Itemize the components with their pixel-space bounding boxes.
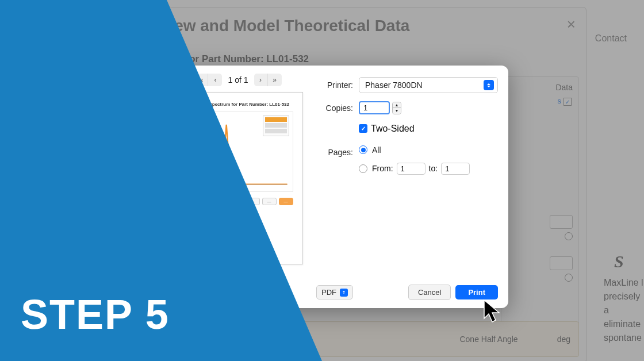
help-icon[interactable]: ? (175, 292, 179, 301)
pages-label: Pages: (316, 148, 353, 157)
deg-label: deg (200, 335, 213, 344)
panel-field[interactable] (550, 256, 573, 270)
pages-from-label: From: (372, 164, 393, 173)
pages-to-label: to: (429, 164, 438, 173)
pdf-dropdown[interactable]: PDF (316, 285, 353, 299)
print-preview-page: Theoretical Spectrum for Part Number: LL… (174, 92, 303, 264)
next-page-icon[interactable]: › (254, 74, 268, 86)
spectrum-title: Theoretical Spectrum for Part Number: LL… (83, 53, 309, 65)
select-arrows-icon (340, 289, 348, 297)
close-icon[interactable]: × (567, 16, 576, 33)
preview-control: — (246, 198, 260, 205)
data-checkbox[interactable] (564, 98, 572, 106)
step-label: STEP 5 (21, 291, 170, 338)
last-page-icon[interactable]: » (268, 74, 282, 86)
brand-logo: S (614, 252, 644, 270)
print-options-pane: Printer: Phaser 7800DN Copies: ▲ ▼ ✓ Two… (310, 66, 508, 308)
two-sided-checkbox[interactable]: ✓ Two-Sided (359, 124, 415, 134)
stepper-down-icon[interactable]: ▼ (393, 108, 401, 114)
nav-link-contact[interactable]: Contact (595, 33, 627, 43)
side-text: MaxLine l precisely a eliminate spontane (604, 276, 644, 345)
cursor-icon (483, 299, 504, 327)
panel-field[interactable] (550, 215, 573, 229)
incidence-value: 0 (172, 335, 188, 344)
chart-legend (263, 116, 289, 136)
data-label: Data (555, 83, 573, 92)
first-page-icon[interactable]: « (194, 74, 208, 86)
select-arrows-icon (484, 80, 494, 90)
cancel-button[interactable]: Cancel (408, 285, 451, 300)
copies-label: Copies: (316, 103, 353, 113)
copies-input[interactable] (359, 101, 390, 114)
window-title: MyLight - View and Model Theoretical Dat… (83, 17, 409, 35)
pages-all-radio[interactable] (359, 145, 367, 154)
show-details-button[interactable]: Show Details (227, 288, 285, 302)
preview-generate: — (279, 198, 293, 205)
pager-label: 1 of 1 (228, 75, 248, 85)
right-panel: Data s (501, 76, 579, 352)
pages-all-label: All (372, 145, 381, 155)
pages-from-radio[interactable] (359, 164, 367, 173)
print-button[interactable]: Print (455, 285, 498, 299)
printer-label: Printer: (316, 80, 353, 90)
deg-label: deg (557, 335, 570, 344)
two-sided-label: Two-Sided (371, 124, 415, 134)
prev-page-icon[interactable]: ‹ (208, 74, 222, 86)
printer-value: Phaser 7800DN (365, 80, 423, 90)
pages-to-input[interactable] (441, 163, 470, 175)
preview-control: — (262, 198, 277, 205)
panel-radio[interactable] (565, 232, 573, 240)
cone-label: Cone Half Angle (459, 335, 518, 344)
print-preview-pane: « ‹ 1 of 1 › » Theoretical Spectrum for … (163, 66, 310, 308)
pages-from-input[interactable] (397, 163, 425, 175)
print-dialog: « ‹ 1 of 1 › » Theoretical Spectrum for … (163, 66, 508, 308)
printer-select[interactable]: Phaser 7800DN (359, 77, 498, 93)
pager-next-group[interactable]: › » (254, 74, 282, 86)
panel-radio[interactable] (565, 274, 573, 282)
checkbox-checked-icon: ✓ (359, 124, 367, 133)
pager-prev-group[interactable]: « ‹ (194, 74, 222, 86)
preview-doc-title: Theoretical Spectrum for Part Number: LL… (183, 102, 293, 107)
checkbox-label: s (558, 97, 562, 105)
stepper-up-icon[interactable]: ▲ (393, 102, 401, 108)
preview-chart (183, 112, 293, 192)
copies-stepper[interactable]: ▲ ▼ (392, 102, 401, 114)
pdf-label: PDF (321, 288, 336, 297)
